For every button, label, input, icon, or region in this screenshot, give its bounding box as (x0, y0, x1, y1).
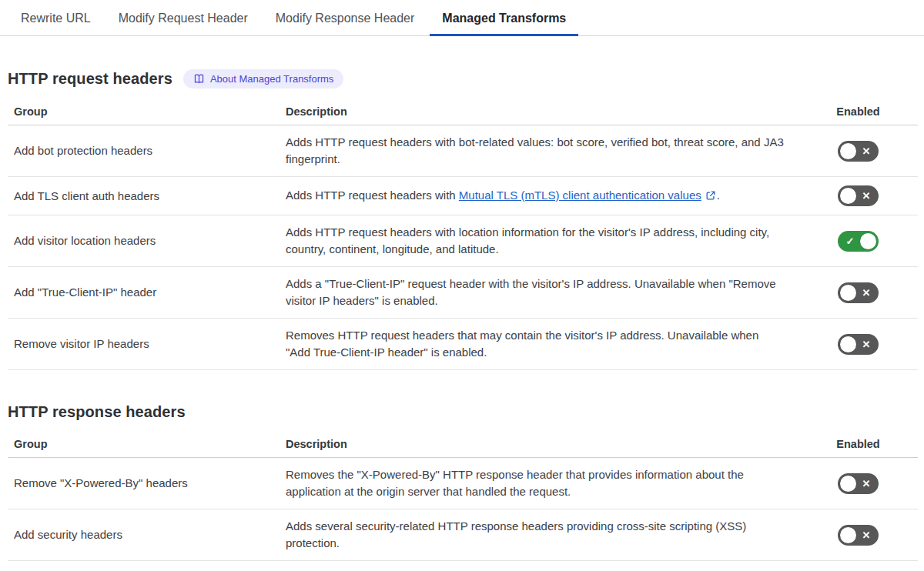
tab-managed-transforms[interactable]: Managed Transforms (430, 0, 578, 35)
about-managed-transforms-link[interactable]: About Managed Transforms (183, 69, 343, 88)
toggle-security-headers[interactable]: ✓ ✕ (838, 525, 879, 546)
table-header-row: Group Description Enabled (8, 99, 918, 125)
request-section-header: HTTP request headers About Managed Trans… (8, 69, 918, 88)
toggle-knob (840, 476, 856, 492)
description-cell: Adds a "True-Client-IP" request header w… (280, 267, 798, 319)
enabled-cell: ✓ ✕ (798, 509, 918, 561)
description-cell: Adds HTTP request headers with location … (280, 215, 798, 267)
request-section-title: HTTP request headers (8, 70, 172, 88)
description-cell: Removes the "X-Powered-By" HTTP response… (280, 458, 798, 509)
response-section-header: HTTP response headers (8, 403, 918, 421)
table-header-row: Group Description Enabled (8, 431, 918, 458)
external-link-icon (705, 189, 716, 205)
group-cell: Remove visitor IP headers (8, 319, 280, 370)
toggle-knob (840, 285, 856, 301)
enabled-cell: ✓ ✕ (798, 267, 918, 319)
enabled-cell: ✓ ✕ (798, 215, 918, 267)
enabled-cell: ✓ ✕ (798, 125, 918, 177)
enabled-cell: ✓ ✕ (798, 458, 918, 509)
group-cell: Add TLS client auth headers (8, 177, 280, 215)
toggle-visitor-location[interactable]: ✓ ✕ (838, 231, 879, 252)
tab-modify-response-header[interactable]: Modify Response Header (263, 0, 427, 35)
table-row: Remove "X-Powered-By" headers Removes th… (8, 458, 918, 509)
group-cell: Add security headers (8, 509, 280, 561)
table-row: Add "True-Client-IP" header Adds a "True… (8, 267, 918, 319)
link-label: Mutual TLS (mTLS) client authentication … (459, 189, 701, 202)
column-header-description: Description (280, 431, 798, 458)
badge-label: About Managed Transforms (210, 73, 333, 85)
description-text: . (717, 189, 720, 202)
x-icon: ✕ (856, 530, 876, 540)
column-header-group: Group (8, 99, 280, 125)
toggle-knob (840, 143, 856, 159)
toggle-x-powered-by[interactable]: ✓ ✕ (838, 473, 879, 494)
description-cell: Removes HTTP request headers that may co… (280, 319, 798, 370)
response-headers-table: Group Description Enabled Remove "X-Powe… (8, 431, 918, 561)
toggle-tls-client-auth[interactable]: ✓ ✕ (838, 185, 879, 206)
check-icon: ✓ (840, 236, 860, 246)
table-row: Add security headers Adds several securi… (8, 509, 918, 561)
request-headers-table: Group Description Enabled Add bot protec… (8, 99, 918, 370)
group-cell: Add "True-Client-IP" header (8, 267, 280, 319)
x-icon: ✕ (856, 339, 876, 349)
group-cell: Remove "X-Powered-By" headers (8, 458, 280, 509)
tab-rewrite-url[interactable]: Rewrite URL (8, 0, 103, 35)
column-header-group: Group (8, 431, 280, 458)
toggle-knob (860, 233, 876, 249)
column-header-enabled: Enabled (798, 99, 918, 125)
book-icon (193, 73, 205, 85)
description-text: Adds HTTP request headers with (286, 189, 459, 202)
mtls-docs-link[interactable]: Mutual TLS (mTLS) client authentication … (459, 189, 701, 202)
x-icon: ✕ (856, 288, 876, 298)
x-icon: ✕ (856, 479, 876, 489)
x-icon: ✕ (856, 146, 876, 156)
column-header-enabled: Enabled (798, 431, 918, 458)
group-cell: Add visitor location headers (8, 215, 280, 267)
response-section-title: HTTP response headers (8, 403, 186, 421)
enabled-cell: ✓ ✕ (798, 177, 918, 215)
table-row: Add TLS client auth headers Adds HTTP re… (8, 177, 918, 215)
toggle-true-client-ip[interactable]: ✓ ✕ (838, 282, 879, 303)
enabled-cell: ✓ ✕ (798, 319, 918, 370)
toggle-knob (840, 188, 856, 204)
table-row: Add bot protection headers Adds HTTP req… (8, 125, 918, 177)
description-cell: Adds several security-related HTTP respo… (280, 509, 798, 561)
main-content: HTTP request headers About Managed Trans… (0, 69, 924, 570)
column-header-description: Description (280, 99, 798, 125)
x-icon: ✕ (856, 191, 876, 201)
toggle-knob (840, 336, 856, 352)
toggle-knob (840, 527, 856, 543)
table-row: Add visitor location headers Adds HTTP r… (8, 215, 918, 267)
group-cell: Add bot protection headers (8, 125, 280, 177)
description-cell: Adds HTTP request headers with Mutual TL… (280, 177, 798, 215)
tab-bar: Rewrite URL Modify Request Header Modify… (0, 0, 924, 36)
toggle-remove-visitor-ip[interactable]: ✓ ✕ (838, 334, 879, 355)
description-cell: Adds HTTP request headers with bot-relat… (280, 125, 798, 177)
table-row: Remove visitor IP headers Removes HTTP r… (8, 319, 918, 370)
tab-modify-request-header[interactable]: Modify Request Header (106, 0, 260, 35)
toggle-bot-protection[interactable]: ✓ ✕ (838, 141, 879, 162)
